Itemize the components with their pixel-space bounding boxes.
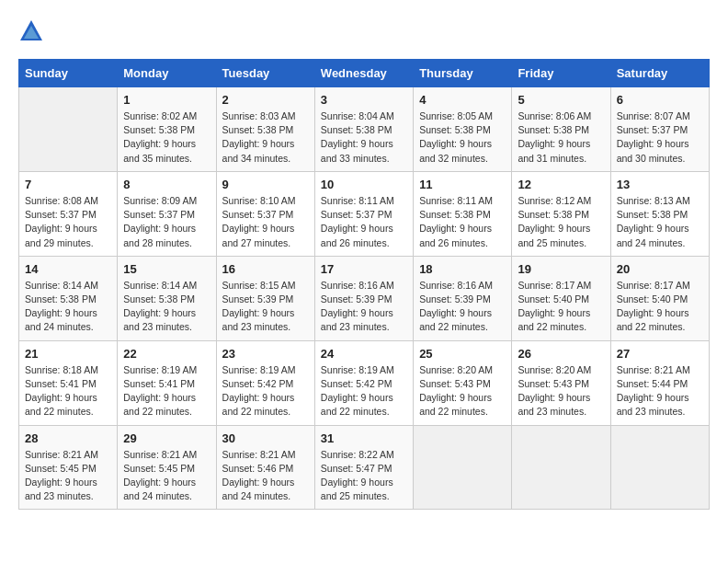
day-number: 23 — [222, 347, 309, 361]
calendar-header-thursday: Thursday — [414, 60, 512, 87]
calendar-cell: 22Sunrise: 8:19 AMSunset: 5:41 PMDayligh… — [118, 340, 216, 425]
calendar-cell: 30Sunrise: 8:21 AMSunset: 5:46 PMDayligh… — [216, 425, 314, 510]
day-number: 8 — [123, 178, 210, 191]
day-number: 30 — [222, 431, 309, 445]
calendar-cell: 16Sunrise: 8:15 AMSunset: 5:39 PMDayligh… — [216, 256, 314, 340]
day-number: 3 — [321, 93, 407, 107]
day-info: Sunrise: 8:21 AMSunset: 5:44 PMDaylight:… — [617, 363, 703, 419]
day-number: 26 — [518, 347, 604, 361]
calendar-cell: 20Sunrise: 8:17 AMSunset: 5:40 PMDayligh… — [610, 256, 709, 340]
day-info: Sunrise: 8:05 AMSunset: 5:38 PMDaylight:… — [419, 109, 506, 166]
day-number: 4 — [419, 93, 506, 107]
day-info: Sunrise: 8:20 AMSunset: 5:43 PMDaylight:… — [518, 363, 604, 419]
calendar-cell: 9Sunrise: 8:10 AMSunset: 5:37 PMDaylight… — [216, 171, 314, 256]
day-info: Sunrise: 8:10 AMSunset: 5:37 PMDaylight:… — [222, 194, 309, 250]
calendar-header-wednesday: Wednesday — [314, 60, 413, 87]
calendar-cell: 12Sunrise: 8:12 AMSunset: 5:38 PMDayligh… — [512, 171, 610, 256]
logo — [18, 18, 50, 44]
calendar-week-row: 1Sunrise: 8:02 AMSunset: 5:38 PMDaylight… — [19, 87, 710, 172]
calendar-cell: 28Sunrise: 8:21 AMSunset: 5:45 PMDayligh… — [19, 425, 118, 510]
day-number: 16 — [222, 262, 309, 276]
calendar-cell — [19, 87, 118, 172]
calendar-cell: 4Sunrise: 8:05 AMSunset: 5:38 PMDaylight… — [414, 87, 512, 172]
calendar-cell: 13Sunrise: 8:13 AMSunset: 5:38 PMDayligh… — [610, 171, 709, 256]
calendar-cell: 19Sunrise: 8:17 AMSunset: 5:40 PMDayligh… — [512, 256, 610, 340]
calendar-cell: 1Sunrise: 8:02 AMSunset: 5:38 PMDaylight… — [118, 87, 216, 172]
calendar-cell: 21Sunrise: 8:18 AMSunset: 5:41 PMDayligh… — [19, 340, 118, 425]
day-info: Sunrise: 8:13 AMSunset: 5:38 PMDaylight:… — [617, 194, 703, 250]
day-info: Sunrise: 8:20 AMSunset: 5:43 PMDaylight:… — [419, 363, 506, 419]
day-info: Sunrise: 8:08 AMSunset: 5:37 PMDaylight:… — [25, 194, 111, 250]
day-info: Sunrise: 8:21 AMSunset: 5:45 PMDaylight:… — [25, 448, 111, 504]
day-number: 22 — [123, 347, 210, 361]
day-number: 19 — [518, 262, 604, 276]
calendar-cell: 23Sunrise: 8:19 AMSunset: 5:42 PMDayligh… — [216, 340, 314, 425]
calendar-cell: 14Sunrise: 8:14 AMSunset: 5:38 PMDayligh… — [19, 256, 118, 340]
calendar-header-sunday: Sunday — [19, 60, 118, 87]
day-info: Sunrise: 8:22 AMSunset: 5:47 PMDaylight:… — [321, 448, 407, 504]
day-number: 27 — [617, 347, 703, 361]
day-number: 21 — [25, 347, 111, 361]
page-header — [18, 18, 710, 44]
day-info: Sunrise: 8:15 AMSunset: 5:39 PMDaylight:… — [222, 279, 309, 335]
calendar-cell: 5Sunrise: 8:06 AMSunset: 5:38 PMDaylight… — [512, 87, 610, 172]
day-number: 29 — [123, 431, 210, 445]
day-number: 7 — [25, 178, 111, 191]
day-info: Sunrise: 8:19 AMSunset: 5:42 PMDaylight:… — [321, 363, 407, 419]
day-info: Sunrise: 8:17 AMSunset: 5:40 PMDaylight:… — [617, 279, 703, 335]
calendar-week-row: 28Sunrise: 8:21 AMSunset: 5:45 PMDayligh… — [19, 425, 710, 510]
calendar-cell: 18Sunrise: 8:16 AMSunset: 5:39 PMDayligh… — [414, 256, 512, 340]
calendar-cell: 26Sunrise: 8:20 AMSunset: 5:43 PMDayligh… — [512, 340, 610, 425]
day-info: Sunrise: 8:14 AMSunset: 5:38 PMDaylight:… — [25, 279, 111, 335]
calendar-header-friday: Friday — [512, 60, 610, 87]
day-info: Sunrise: 8:17 AMSunset: 5:40 PMDaylight:… — [518, 279, 604, 335]
day-number: 31 — [321, 431, 407, 445]
calendar-header-monday: Monday — [118, 60, 216, 87]
day-info: Sunrise: 8:04 AMSunset: 5:38 PMDaylight:… — [321, 109, 407, 166]
calendar-cell: 24Sunrise: 8:19 AMSunset: 5:42 PMDayligh… — [314, 340, 413, 425]
day-number: 17 — [321, 262, 407, 276]
calendar-week-row: 21Sunrise: 8:18 AMSunset: 5:41 PMDayligh… — [19, 340, 710, 425]
day-info: Sunrise: 8:18 AMSunset: 5:41 PMDaylight:… — [25, 363, 111, 419]
calendar-cell: 2Sunrise: 8:03 AMSunset: 5:38 PMDaylight… — [216, 87, 314, 172]
day-info: Sunrise: 8:03 AMSunset: 5:38 PMDaylight:… — [222, 109, 309, 166]
calendar-cell: 29Sunrise: 8:21 AMSunset: 5:45 PMDayligh… — [118, 425, 216, 510]
calendar-header-tuesday: Tuesday — [216, 60, 314, 87]
day-number: 24 — [321, 347, 407, 361]
day-number: 13 — [617, 178, 703, 191]
calendar-cell: 7Sunrise: 8:08 AMSunset: 5:37 PMDaylight… — [19, 171, 118, 256]
day-info: Sunrise: 8:06 AMSunset: 5:38 PMDaylight:… — [518, 109, 604, 166]
day-info: Sunrise: 8:02 AMSunset: 5:38 PMDaylight:… — [123, 109, 210, 166]
calendar-cell: 31Sunrise: 8:22 AMSunset: 5:47 PMDayligh… — [314, 425, 413, 510]
calendar-cell: 6Sunrise: 8:07 AMSunset: 5:37 PMDaylight… — [610, 87, 709, 172]
day-info: Sunrise: 8:11 AMSunset: 5:38 PMDaylight:… — [419, 194, 506, 250]
calendar-header-saturday: Saturday — [610, 60, 709, 87]
calendar-week-row: 14Sunrise: 8:14 AMSunset: 5:38 PMDayligh… — [19, 256, 710, 340]
day-info: Sunrise: 8:21 AMSunset: 5:45 PMDaylight:… — [123, 448, 210, 504]
day-number: 20 — [617, 262, 703, 276]
day-number: 28 — [25, 431, 111, 445]
day-info: Sunrise: 8:07 AMSunset: 5:37 PMDaylight:… — [617, 109, 703, 166]
day-number: 14 — [25, 262, 111, 276]
day-info: Sunrise: 8:21 AMSunset: 5:46 PMDaylight:… — [222, 448, 309, 504]
day-info: Sunrise: 8:12 AMSunset: 5:38 PMDaylight:… — [518, 194, 604, 250]
day-info: Sunrise: 8:11 AMSunset: 5:37 PMDaylight:… — [321, 194, 407, 250]
day-info: Sunrise: 8:16 AMSunset: 5:39 PMDaylight:… — [321, 279, 407, 335]
day-number: 6 — [617, 93, 703, 107]
calendar-cell — [512, 425, 610, 510]
day-number: 18 — [419, 262, 506, 276]
day-number: 1 — [123, 93, 210, 107]
day-info: Sunrise: 8:16 AMSunset: 5:39 PMDaylight:… — [419, 279, 506, 335]
calendar-table: SundayMondayTuesdayWednesdayThursdayFrid… — [18, 59, 710, 510]
calendar-cell: 27Sunrise: 8:21 AMSunset: 5:44 PMDayligh… — [610, 340, 709, 425]
logo-icon — [18, 18, 44, 44]
day-number: 11 — [419, 178, 506, 191]
calendar-header-row: SundayMondayTuesdayWednesdayThursdayFrid… — [19, 60, 710, 87]
day-info: Sunrise: 8:19 AMSunset: 5:42 PMDaylight:… — [222, 363, 309, 419]
day-number: 9 — [222, 178, 309, 191]
day-info: Sunrise: 8:19 AMSunset: 5:41 PMDaylight:… — [123, 363, 210, 419]
day-number: 10 — [321, 178, 407, 191]
day-number: 15 — [123, 262, 210, 276]
calendar-cell: 3Sunrise: 8:04 AMSunset: 5:38 PMDaylight… — [314, 87, 413, 172]
day-number: 5 — [518, 93, 604, 107]
